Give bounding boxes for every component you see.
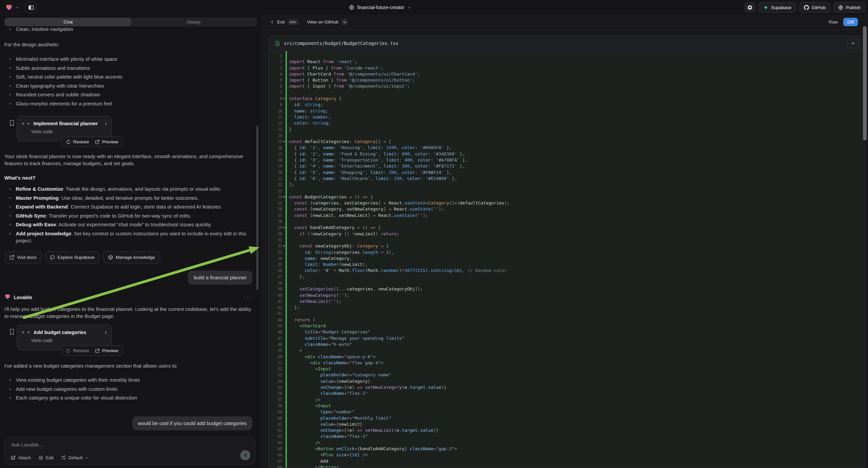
bookmark-icon[interactable] [9, 120, 15, 128]
version-actions: RestorePreview [61, 346, 123, 356]
chip-manage-knowledge[interactable]: Manage knowledge [103, 251, 160, 264]
supabase-button[interactable]: Supabase [758, 2, 796, 13]
fold-chevron-icon[interactable] [282, 139, 285, 145]
view-on-github-label: View on GitHub [307, 20, 339, 25]
preview-label: Preview [102, 348, 118, 353]
line-number: 54 [269, 378, 282, 384]
line-number: 40 [269, 292, 282, 298]
code-line: 33 id: String(categories.length + 1), [269, 250, 864, 256]
code-line: 29 const handleAddCategory = () => { [269, 225, 864, 231]
attach-button[interactable]: Attach [11, 455, 31, 460]
chat-input[interactable]: Ask Lovable... Attach Ed [4, 436, 255, 465]
edit-mode-button[interactable]: Edit [38, 455, 53, 460]
list-item: •Refine & Customize: Tweak the design, a… [4, 185, 255, 193]
code-text: return ( [285, 317, 315, 323]
exit-button[interactable]: Exit ESC [270, 19, 298, 25]
code-line: 24const BudgetCategories = () => { [269, 194, 864, 200]
chip-visit-docs[interactable]: Visit docs [4, 251, 41, 264]
collapse-file-button[interactable] [847, 39, 859, 48]
code-line: 12 color: string; [269, 120, 864, 126]
bullet-list: •Refine & Customize: Tweak the design, a… [4, 185, 255, 246]
code-line: 32 const newCategoryObj: Category = { [269, 243, 864, 249]
diff-toggle[interactable]: Diff [843, 18, 858, 26]
code-text: <ChartCard [285, 323, 326, 329]
toggle-sidebar-button[interactable] [25, 2, 37, 13]
lovable-logo-icon[interactable] [5, 4, 13, 11]
code-text: <div className="space-y-6"> [285, 354, 375, 360]
bullet-dot: • [4, 385, 16, 392]
code-file-card: src/components/budget/BudgetCategories.t… [269, 36, 865, 468]
view-on-github-button[interactable]: View on GitHub G [307, 19, 348, 25]
chevron-down-icon[interactable] [16, 6, 19, 9]
code-text: onChange={(e) => setNewLimit(e.target.va… [285, 428, 438, 433]
send-button[interactable] [240, 450, 250, 460]
file-header[interactable]: src/components/budget/BudgetCategories.t… [269, 36, 864, 51]
code-line: 45 <ChartCard [269, 323, 864, 329]
preview-button[interactable]: Preview [95, 139, 118, 144]
code-toolbar: Exit ESC View on GitHub G Raw Diff [261, 15, 868, 30]
raw-toggle[interactable]: Raw [826, 18, 841, 26]
code-line: 20 { id: '5', name: 'Shopping', limit: 2… [269, 170, 864, 176]
preview-button[interactable]: Preview [95, 348, 118, 353]
bookmark-icon[interactable] [9, 329, 15, 337]
code-text: subtitle="Manage your spending limits" [285, 335, 404, 342]
preview-label: Preview [102, 139, 118, 144]
chat-bubble-icon [50, 255, 55, 260]
fold-chevron-icon[interactable] [282, 96, 285, 102]
list-item-text: Subtle animations and transitions [16, 64, 251, 71]
list-item-text: View existing budget categories with the… [16, 376, 251, 383]
bullet-dot: • [4, 100, 16, 107]
code-line: 34 name: newCategory, [269, 256, 864, 262]
list-item-text: Clean, intuitive navigation [16, 26, 251, 33]
code-text: type="number" [285, 409, 355, 415]
line-number: 11 [269, 114, 282, 120]
exit-label: Exit [277, 20, 285, 25]
code-line: 17 { id: '2', name: 'Food & Dining', lim… [269, 151, 864, 157]
code-line: 27 const [newLimit, setNewLimit] = React… [269, 212, 864, 218]
line-number: 62 [269, 428, 282, 433]
fold-chevron-icon[interactable] [282, 225, 285, 231]
code-line: 65 <Button onClick={handleAddCategory} c… [269, 446, 864, 452]
supabase-icon [763, 5, 768, 10]
message-menu-button[interactable]: ··· [244, 294, 251, 300]
list-item: •Add new budget categories with custom l… [4, 385, 255, 392]
fold-chevron-icon[interactable] [282, 243, 285, 249]
external-link-icon [9, 255, 14, 260]
list-item-text: Each category gets a unique color for vi… [16, 394, 251, 401]
github-button[interactable]: GitHub [799, 2, 830, 13]
chat-input-placeholder: Ask Lovable... [11, 442, 43, 447]
chat-scrollbar[interactable] [256, 125, 258, 290]
settings-button[interactable] [744, 2, 755, 13]
assistant-paragraph: I've added a new budget categories manag… [4, 362, 255, 369]
code-body[interactable]: 12import React from 'react';3import { Pl… [269, 51, 864, 468]
code-scrollbar[interactable] [863, 26, 867, 140]
assistant-paragraph: For the design aesthetic: [4, 41, 255, 48]
project-switcher[interactable]: financial-future-creator [349, 0, 411, 15]
code-text: placeholder="Monthly limit" [285, 415, 391, 421]
sliders-icon [61, 455, 66, 460]
line-number: 15 [269, 139, 282, 145]
version-card-block: < >Add budget categories›View codeRestor… [0, 325, 261, 361]
restore-button[interactable]: Restore [66, 348, 89, 353]
chip-explore-supabase[interactable]: Explore Supabase [45, 251, 100, 264]
code-line: 46 title="Budget Categories" [269, 329, 864, 335]
fold-chevron-icon[interactable] [282, 194, 285, 200]
image-attach-icon [11, 455, 16, 460]
restore-button[interactable]: Restore [66, 139, 89, 144]
code-line: 9 id: string; [269, 102, 864, 108]
line-number: 31 [269, 237, 282, 243]
view-code-link[interactable]: View code [22, 338, 107, 343]
chevron-down-icon [85, 456, 88, 460]
code-line: 11 limit: number; [269, 114, 864, 120]
chat-scroll-area[interactable]: •Clean, intuitive navigationFor the desi… [0, 24, 261, 436]
publish-button[interactable]: Publish [833, 2, 865, 13]
code-text: const defaultCategories: Category[] = [ [285, 139, 391, 145]
mode-select[interactable]: Default [61, 455, 89, 460]
view-code-link[interactable]: View code [22, 129, 107, 134]
code-line: 7 [269, 90, 864, 96]
line-number: 18 [269, 157, 282, 163]
list-item-text: Debug with Ease: Activate our experiment… [16, 221, 251, 228]
line-number: 3 [269, 65, 282, 71]
list-item-text: GitHub Sync: Transfer your project's cod… [16, 212, 251, 219]
code-line: 62 onChange={(e) => setNewLimit(e.target… [269, 428, 864, 433]
